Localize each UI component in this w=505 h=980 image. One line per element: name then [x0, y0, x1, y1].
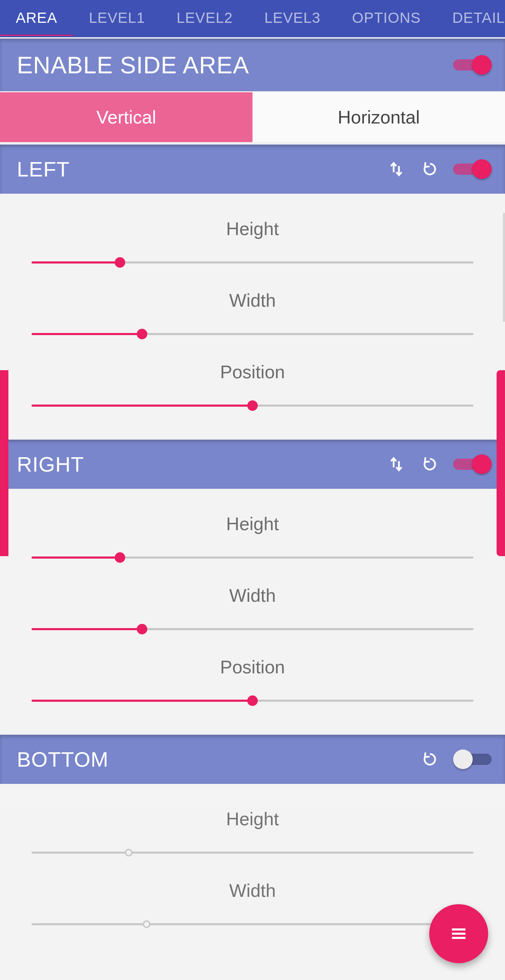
- right-toggle[interactable]: [453, 454, 492, 474]
- enable-side-area-bar: ENABLE SIDE AREA: [0, 38, 505, 91]
- right-reset-icon[interactable]: [413, 447, 447, 481]
- left-position-label: Position: [32, 361, 473, 382]
- right-section-bar: RIGHT: [0, 440, 505, 489]
- bottom-section-bar: BOTTOM: [0, 735, 505, 784]
- right-width-label: Width: [32, 585, 473, 606]
- right-width-slider[interactable]: [32, 623, 473, 635]
- menu-fab[interactable]: [429, 904, 488, 963]
- tab-level3[interactable]: LEVEL3: [249, 0, 336, 36]
- scroll-track: [503, 213, 505, 322]
- orientation-horizontal[interactable]: Horizontal: [252, 92, 505, 142]
- right-position-block: Position: [0, 646, 505, 718]
- orientation-vertical[interactable]: Vertical: [0, 92, 252, 142]
- right-height-block: Height: [0, 503, 505, 574]
- left-width-label: Width: [32, 290, 473, 311]
- left-position-slider[interactable]: [32, 399, 473, 412]
- left-position-block: Position: [0, 351, 505, 422]
- bottom-width-label: Width: [32, 880, 473, 901]
- top-tabs: AREALEVEL1LEVEL2LEVEL3OPTIONSDETAIL: [0, 0, 505, 37]
- left-reset-icon[interactable]: [413, 152, 447, 186]
- orientation-segment: VerticalHorizontal: [0, 91, 505, 143]
- right-position-slider[interactable]: [32, 694, 473, 707]
- bottom-width-slider: [32, 918, 473, 931]
- left-title: LEFT: [17, 157, 70, 181]
- bottom-height-block: Height: [0, 798, 505, 869]
- right-panel: HeightWidthPosition: [0, 489, 505, 733]
- left-width-block: Width: [0, 279, 505, 351]
- bottom-height-label: Height: [32, 808, 473, 829]
- right-swap-icon[interactable]: [380, 447, 413, 481]
- left-toggle[interactable]: [453, 159, 492, 179]
- left-height-label: Height: [32, 218, 473, 239]
- tab-level1[interactable]: LEVEL1: [73, 0, 160, 36]
- tab-area[interactable]: AREA: [0, 0, 73, 36]
- bottom-height-slider: [32, 846, 473, 859]
- left-height-block: Height: [0, 208, 505, 279]
- left-panel: HeightWidthPosition: [0, 194, 505, 438]
- enable-toggle[interactable]: [453, 55, 492, 75]
- menu-icon: [449, 924, 469, 944]
- left-height-slider[interactable]: [32, 256, 473, 269]
- left-swap-icon[interactable]: [380, 152, 413, 186]
- right-height-label: Height: [32, 513, 473, 535]
- right-position-label: Position: [32, 657, 473, 678]
- tab-level2[interactable]: LEVEL2: [161, 0, 249, 36]
- left-edge-handle[interactable]: [0, 370, 8, 556]
- right-height-slider[interactable]: [32, 551, 473, 564]
- enable-title: ENABLE SIDE AREA: [17, 51, 249, 79]
- tab-options[interactable]: OPTIONS: [336, 0, 437, 36]
- right-width-block: Width: [0, 574, 505, 646]
- tab-detail[interactable]: DETAIL: [437, 0, 505, 36]
- right-title: RIGHT: [17, 452, 84, 476]
- bottom-title: BOTTOM: [17, 748, 109, 772]
- bottom-toggle[interactable]: [453, 749, 492, 769]
- bottom-reset-icon[interactable]: [413, 743, 447, 776]
- left-section-bar: LEFT: [0, 145, 505, 194]
- right-edge-handle[interactable]: [497, 370, 505, 556]
- left-width-slider[interactable]: [32, 328, 473, 340]
